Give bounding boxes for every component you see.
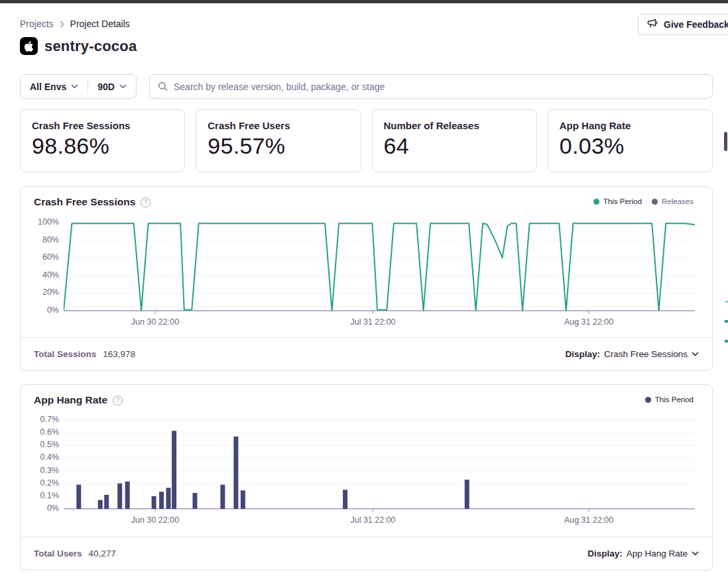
panel-title: App Hang Rate — [34, 394, 107, 406]
help-icon[interactable]: ? — [141, 197, 151, 207]
hang-chart-plot-area: 0.7%0.6%0.5%0.4%0.3%0.2%0.1%0% Jun 30 22… — [64, 419, 695, 514]
panel-header: Crash Free Sessions ? — [34, 196, 151, 208]
clipped-release-fragment — [725, 320, 728, 323]
help-icon[interactable]: ? — [113, 396, 123, 405]
environment-selector-label: All Envs — [30, 81, 66, 92]
x-tick-label: Aug 31 22:00 — [549, 317, 629, 327]
y-tick-label: 0.3% — [29, 466, 59, 475]
display-selector[interactable]: Display: Crash Free Sessions — [565, 349, 699, 359]
panel-footer: Total Users 40,277 Display: App Hang Rat… — [21, 537, 712, 570]
project-details-page: Projects Project Details Give Feedback s… — [0, 0, 728, 583]
scrollbar-thumb[interactable] — [724, 132, 727, 151]
chevron-down-icon — [692, 352, 699, 356]
period-selector[interactable]: 90D — [88, 75, 136, 98]
page-title: sentry-cocoa — [44, 38, 137, 55]
total-sessions: Total Sessions 163,978 — [34, 349, 135, 359]
sessions-chart-plot-area: 100%80%60%40%20%0% Jun 30 22:00Jul 31 22… — [64, 222, 695, 316]
chevron-down-icon — [71, 84, 78, 89]
search-input[interactable] — [174, 81, 704, 92]
x-tick-label: Aug 31 22:00 — [549, 515, 629, 525]
stat-label: App Hang Rate — [560, 120, 701, 131]
display-value: App Hang Rate — [627, 549, 688, 558]
period-selector-label: 90D — [97, 81, 115, 92]
legend-dot — [652, 199, 658, 205]
display-label: Display: — [587, 549, 623, 558]
clipped-release-fragment — [725, 301, 728, 303]
environment-selector[interactable]: All Envs — [21, 75, 88, 98]
panel-header: App Hang Rate ? — [34, 394, 123, 406]
total-users: Total Users 40,277 — [34, 549, 116, 558]
chevron-right-icon — [60, 21, 64, 28]
give-feedback-button[interactable]: Give Feedback — [638, 14, 728, 35]
y-tick-label: 0.5% — [29, 440, 59, 449]
legend-label: Releases — [662, 197, 694, 205]
stat-label: Crash Free Users — [208, 120, 349, 131]
legend-item-this-period[interactable]: This Period — [593, 197, 642, 205]
display-label: Display: — [565, 349, 600, 359]
legend-dot — [593, 199, 599, 205]
chart-legend: This Period — [645, 396, 694, 403]
hang-bar-chart[interactable] — [64, 419, 695, 514]
x-tick-label: Jun 30 22:00 — [115, 515, 195, 525]
y-tick-label: 0.1% — [29, 491, 59, 500]
search-icon — [158, 81, 168, 91]
y-tick-label: 40% — [29, 270, 59, 280]
stat-card-crash-free-sessions: Crash Free Sessions 98.86% — [20, 109, 185, 172]
top-window-bar — [0, 0, 728, 3]
app-hang-rate-panel: App Hang Rate ? This Period 0.7%0.6%0.5%… — [20, 384, 713, 570]
sessions-line-chart[interactable] — [64, 222, 695, 316]
breadcrumb: Projects Project Details — [20, 19, 130, 29]
stat-label: Number of Releases — [384, 120, 525, 131]
panel-footer: Total Sessions 163,978 Display: Crash Fr… — [21, 337, 712, 370]
total-label: Total Users — [34, 549, 82, 558]
display-value: Crash Free Sessions — [604, 349, 688, 359]
y-tick-label: 0.2% — [29, 478, 59, 488]
total-value: 163,978 — [103, 349, 135, 359]
total-label: Total Sessions — [34, 349, 96, 359]
stat-value: 95.57% — [208, 133, 349, 159]
y-tick-label: 0.6% — [29, 427, 59, 437]
legend-item-this-period[interactable]: This Period — [645, 396, 694, 403]
stat-value: 98.86% — [32, 133, 173, 159]
chevron-down-icon — [119, 84, 127, 89]
chart-legend: This Period Releases — [593, 197, 694, 205]
x-tick-label: Jul 31 22:00 — [334, 317, 413, 327]
give-feedback-label: Give Feedback — [664, 19, 728, 30]
x-tick-label: Jul 31 22:00 — [334, 515, 413, 525]
y-tick-label: 0% — [29, 305, 59, 315]
legend-label: This Period — [603, 197, 642, 205]
panel-title: Crash Free Sessions — [34, 196, 135, 208]
filter-group: All Envs 90D — [20, 74, 137, 99]
y-tick-label: 0% — [29, 504, 59, 513]
release-search — [149, 74, 713, 99]
chevron-down-icon — [692, 551, 699, 556]
y-tick-label: 100% — [29, 217, 59, 227]
y-tick-label: 20% — [29, 288, 59, 297]
display-selector[interactable]: Display: App Hang Rate — [587, 549, 699, 558]
stat-card-number-of-releases: Number of Releases 64 — [372, 109, 537, 172]
total-value: 40,277 — [89, 549, 116, 558]
stat-label: Crash Free Sessions — [32, 120, 173, 131]
y-tick-label: 60% — [29, 252, 59, 262]
y-tick-label: 80% — [29, 235, 59, 244]
stats-row: Crash Free Sessions 98.86% Crash Free Us… — [20, 109, 713, 172]
breadcrumb-projects-link[interactable]: Projects — [20, 19, 54, 29]
clipped-release-fragment — [725, 340, 728, 343]
megaphone-icon — [647, 19, 658, 30]
y-tick-label: 0.4% — [29, 452, 59, 462]
stat-value: 0.03% — [560, 133, 701, 159]
breadcrumb-current: Project Details — [70, 19, 130, 29]
apple-platform-icon — [20, 37, 38, 55]
stat-card-crash-free-users: Crash Free Users 95.57% — [196, 109, 361, 172]
stat-card-app-hang-rate: App Hang Rate 0.03% — [548, 109, 713, 172]
project-title-row: sentry-cocoa — [20, 37, 137, 55]
y-tick-label: 0.7% — [29, 415, 59, 424]
legend-item-releases[interactable]: Releases — [652, 197, 694, 205]
x-tick-label: Jun 30 22:00 — [115, 317, 195, 327]
legend-label: This Period — [655, 396, 694, 403]
legend-dot — [645, 397, 651, 403]
stat-value: 64 — [384, 133, 525, 159]
crash-free-sessions-panel: Crash Free Sessions ? This Period Releas… — [20, 186, 713, 371]
